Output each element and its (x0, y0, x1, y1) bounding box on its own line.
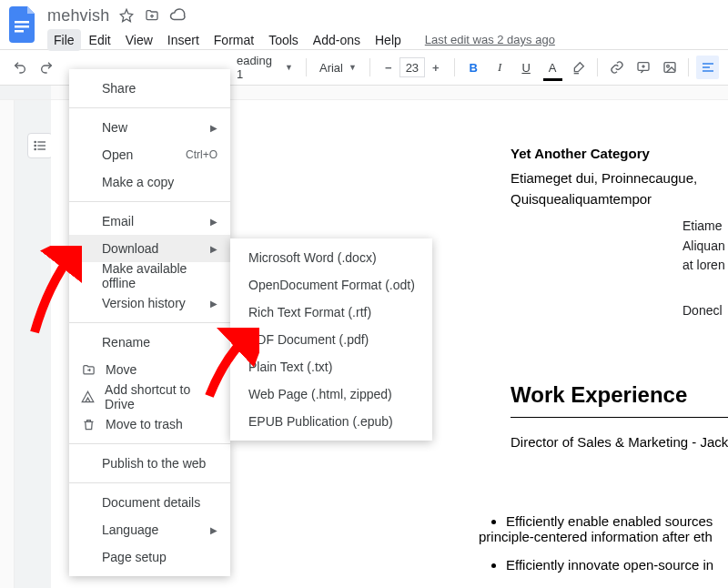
drive-shortcut-icon (80, 390, 96, 404)
italic-button[interactable]: I (489, 56, 511, 79)
insert-image-button[interactable] (658, 56, 681, 79)
menu-edit[interactable]: Edit (83, 29, 117, 51)
redo-button[interactable] (35, 56, 58, 79)
doc-bullet: Efficiently enable enabled sources (506, 513, 728, 529)
svg-rect-4 (664, 63, 675, 73)
star-icon[interactable] (118, 7, 135, 24)
doc-text: principle-centered information after eth (479, 529, 728, 544)
chevron-down-icon: ▼ (349, 63, 357, 72)
chevron-down-icon: ▼ (285, 63, 293, 72)
trash-icon (80, 418, 96, 431)
menu-view[interactable]: View (119, 29, 159, 51)
menu-help[interactable]: Help (369, 29, 408, 51)
document-title[interactable]: mehvish (47, 6, 109, 25)
font-size-control: − + (378, 56, 447, 78)
download-epub[interactable]: EPUB Publication (.epub) (230, 408, 432, 435)
add-comment-button[interactable] (632, 56, 654, 79)
menu-separator (69, 322, 230, 323)
doc-text: Etiameget dui, Proinnecaugue, Quisqueali… (511, 168, 711, 209)
align-left-button[interactable] (696, 56, 719, 79)
svg-rect-1 (15, 25, 29, 28)
menu-item-new[interactable]: New▶ (69, 114, 230, 141)
svg-point-14 (35, 148, 35, 149)
move-folder-icon[interactable] (144, 7, 160, 24)
title-bar: mehvish File Edit View Insert Format Too… (0, 0, 728, 49)
menu-item-trash[interactable]: Move to trash (69, 411, 230, 438)
submenu-arrow-icon: ▶ (210, 217, 217, 227)
svg-rect-0 (15, 21, 29, 24)
menu-separator (69, 201, 230, 202)
menu-item-share[interactable]: Share (69, 75, 230, 102)
menu-file[interactable]: File (47, 29, 81, 51)
doc-bullet: Efficiently innovate open-source in (506, 557, 728, 573)
menu-item-open[interactable]: OpenCtrl+O (69, 141, 230, 168)
annotation-arrow (196, 328, 259, 400)
doc-subheading: Yet Another Category (511, 146, 711, 161)
menu-item-download[interactable]: Download▶ (69, 235, 230, 262)
svg-point-13 (35, 145, 35, 146)
download-txt[interactable]: Plain Text (.txt) (230, 353, 432, 380)
shortcut-label: Ctrl+O (186, 148, 217, 161)
download-pdf[interactable]: PDF Document (.pdf) (230, 326, 432, 353)
underline-button[interactable]: U (515, 56, 538, 79)
separator (369, 58, 370, 76)
submenu-arrow-icon: ▶ (210, 525, 217, 535)
doc-text: Director of Sales & Marketing - Jackso (511, 434, 728, 450)
menu-item-version-history[interactable]: Version history▶ (69, 289, 230, 317)
folder-move-icon (80, 363, 96, 377)
menu-item-publish[interactable]: Publish to the web (69, 450, 230, 477)
last-edit-link[interactable]: Last edit was 2 days ago (419, 29, 561, 50)
vertical-ruler[interactable] (0, 100, 15, 588)
menu-insert[interactable]: Insert (161, 29, 206, 51)
outline-toggle-button[interactable] (27, 133, 53, 158)
file-menu-dropdown: Share New▶ OpenCtrl+O Make a copy Email▶… (69, 69, 230, 576)
menu-tools[interactable]: Tools (262, 29, 305, 51)
separator (306, 58, 307, 76)
download-rtf[interactable]: Rich Text Format (.rtf) (230, 299, 432, 326)
svg-point-5 (666, 65, 669, 67)
increase-font-button[interactable]: + (425, 56, 447, 78)
doc-text-fragment: Etiame Aliquan at loren Donecl (682, 217, 728, 321)
submenu-arrow-icon: ▶ (210, 123, 217, 133)
menu-item-page-setup[interactable]: Page setup (69, 543, 230, 571)
svg-point-12 (35, 141, 35, 142)
insert-link-button[interactable] (605, 56, 628, 79)
menu-separator (69, 107, 230, 108)
menu-separator (69, 482, 230, 483)
annotation-arrow (16, 246, 82, 337)
menu-bar: File Edit View Insert Format Tools Add-o… (47, 29, 561, 51)
svg-rect-2 (15, 30, 24, 33)
menu-item-doc-details[interactable]: Document details (69, 489, 230, 516)
text-color-button[interactable]: A (541, 56, 564, 79)
menu-item-make-copy[interactable]: Make a copy (69, 168, 230, 196)
paragraph-style-select[interactable]: eading 1▼ (231, 56, 298, 79)
cloud-saved-icon[interactable] (169, 7, 186, 24)
font-size-input[interactable] (399, 57, 425, 77)
doc-heading: Work Experience (511, 382, 728, 418)
menu-item-email[interactable]: Email▶ (69, 208, 230, 235)
menu-item-language[interactable]: Language▶ (69, 516, 230, 543)
docs-app-icon[interactable] (7, 6, 40, 50)
font-label: Arial (319, 61, 343, 75)
download-submenu: Microsoft Word (.docx) OpenDocument Form… (230, 238, 432, 441)
separator (688, 58, 689, 76)
menu-format[interactable]: Format (207, 29, 260, 51)
submenu-arrow-icon: ▶ (210, 244, 217, 254)
separator (454, 58, 455, 76)
menu-addons[interactable]: Add-ons (307, 29, 367, 51)
paragraph-style-label: eading 1 (237, 54, 279, 81)
download-odt[interactable]: OpenDocument Format (.odt) (230, 271, 432, 299)
highlight-button[interactable] (568, 56, 591, 79)
decrease-font-button[interactable]: − (378, 56, 399, 78)
download-docx[interactable]: Microsoft Word (.docx) (230, 244, 432, 271)
separator (597, 58, 598, 76)
bold-button[interactable]: B (462, 56, 485, 79)
menu-separator (69, 443, 230, 444)
undo-button[interactable] (9, 56, 32, 79)
menu-item-offline[interactable]: Make available offline (69, 262, 230, 289)
submenu-arrow-icon: ▶ (210, 299, 217, 309)
download-html[interactable]: Web Page (.html, zipped) (230, 380, 432, 408)
font-select[interactable]: Arial▼ (314, 56, 362, 79)
